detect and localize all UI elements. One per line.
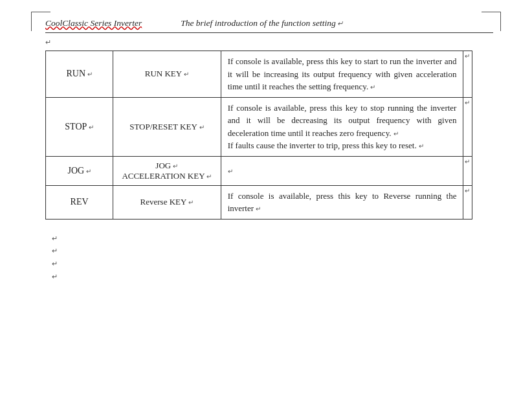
stop-desc-cell: If console is available, press this key … — [221, 97, 463, 156]
bottom-return-3: ↵ — [52, 258, 493, 271]
run-symbol-cell: RUN ↵ — [46, 51, 113, 98]
stop-symbol-cell: STOP ↵ — [46, 97, 113, 156]
jog-right-return: ↵ — [463, 156, 472, 185]
table-row: RUN ↵ RUN KEY ↵ If console is available,… — [46, 51, 472, 98]
jog-key-cell: JOG ↵ ACCELERATION KEY ↵ — [113, 156, 221, 185]
rev-key-cell: Reverse KEY ↵ — [113, 185, 221, 219]
post-header-return: ↵ — [45, 38, 493, 47]
header-return-mark: ↵ — [337, 19, 343, 27]
run-right-return: ↵ — [463, 51, 472, 98]
stop-key-return: ↵ — [199, 124, 205, 131]
corner-decoration-tr — [482, 12, 501, 31]
jog-return: ↵ — [84, 168, 91, 175]
run-key-return: ↵ — [184, 71, 189, 78]
stop-key-cell: STOP/RESET KEY ↵ — [113, 97, 221, 156]
header-subtitle: The brief introduction of the function s… — [181, 18, 342, 28]
jog-desc-cell: ↵ — [221, 156, 463, 185]
function-table: RUN ↵ RUN KEY ↵ If console is available,… — [45, 51, 472, 220]
run-key-cell: RUN KEY ↵ — [113, 51, 221, 98]
page-header: CoolClassic Series Inverter The brief in… — [45, 13, 493, 28]
header-title: CoolClassic Series Inverter — [45, 18, 142, 28]
stop-return: ↵ — [87, 124, 94, 131]
table-row: REV Reverse KEY ↵ If console is availabl… — [46, 185, 472, 219]
table-row: STOP ↵ STOP/RESET KEY ↵ If console is av… — [46, 97, 472, 156]
table-row: JOG ↵ JOG ↵ ACCELERATION KEY ↵ ↵ ↵ — [46, 156, 472, 185]
rev-key-return: ↵ — [188, 199, 194, 206]
corner-decoration-tl — [31, 12, 50, 31]
rev-symbol-cell: REV — [46, 185, 113, 219]
bottom-return-4: ↵ — [52, 271, 493, 284]
page-container: CoolClassic Series Inverter The brief in… — [0, 0, 532, 303]
rev-right-return: ↵ — [463, 185, 472, 219]
jog-symbol-cell: JOG ↵ — [46, 156, 113, 185]
run-desc-cell: If console is available, press this key … — [221, 51, 463, 98]
rev-desc-cell: If console is available, press this key … — [221, 185, 463, 219]
stop-right-return: ↵ — [463, 97, 472, 156]
run-return: ↵ — [85, 71, 93, 78]
header-divider — [45, 32, 493, 33]
bottom-return-1: ↵ — [52, 232, 493, 245]
bottom-return-2: ↵ — [52, 245, 493, 258]
bottom-returns-area: ↵ ↵ ↵ ↵ — [45, 232, 493, 284]
